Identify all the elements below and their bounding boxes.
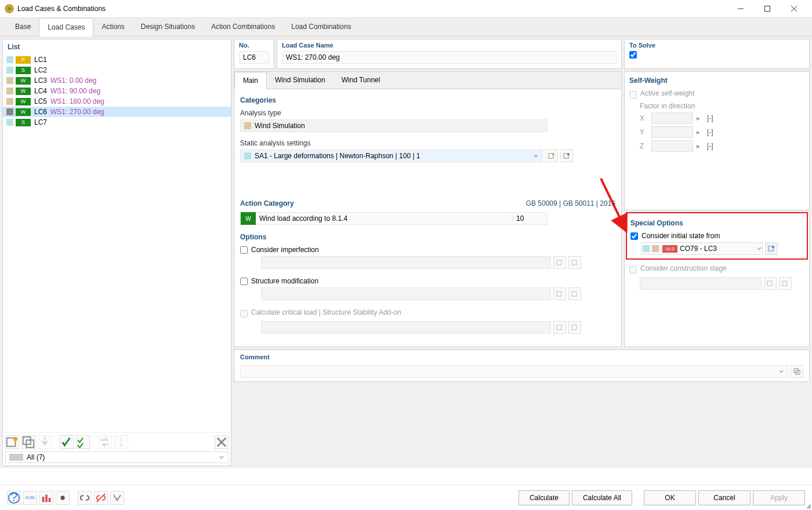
critical-label: Calculate critical load | Structure Stab…: [251, 308, 401, 316]
chip-icon: [6, 67, 13, 74]
maximize-button[interactable]: [754, 0, 781, 17]
solve-checkbox[interactable]: [629, 51, 637, 59]
resize-grip[interactable]: ◢: [806, 502, 811, 509]
minimize-button[interactable]: [727, 0, 754, 17]
svg-rect-33: [49, 498, 51, 502]
list-item-lc1[interactable]: PLC1: [3, 54, 231, 65]
active-selfweight-checkbox: [629, 91, 637, 99]
subtab-wind-tunnel[interactable]: Wind Tunnel: [334, 72, 389, 89]
construction-label: Consider construction stage: [640, 264, 727, 272]
category-badge: P: [16, 56, 31, 64]
critical-new-button: [553, 321, 566, 334]
list-item-lc3[interactable]: WLC3WS1: 0.00 deg: [3, 75, 231, 86]
initial-state-checkbox[interactable]: [630, 232, 638, 240]
comment-label: Comment: [240, 354, 803, 360]
ok-button[interactable]: OK: [644, 490, 696, 505]
number-button[interactable]: 26: [114, 435, 128, 449]
calculate-button[interactable]: Calculate: [519, 490, 570, 505]
lc-id: LC2: [32, 66, 49, 74]
category-badge: W: [16, 108, 31, 116]
structure-edit-button[interactable]: [568, 287, 581, 300]
svg-rect-3: [765, 6, 770, 12]
close-button[interactable]: [781, 0, 807, 17]
new-item-button[interactable]: [5, 435, 19, 449]
svg-rect-21: [572, 325, 577, 330]
name-field: Load Case Name WS1: 270.00 deg: [277, 39, 622, 69]
no-input[interactable]: LC6: [239, 51, 269, 64]
list-panel: List PLC1SLC2WLC3WS1: 0.00 degWLC4WS1: 9…: [2, 39, 231, 466]
list-item-lc6[interactable]: WLC6WS1: 270.00 deg: [3, 107, 231, 117]
structure-combo[interactable]: [261, 287, 551, 300]
static-settings-combo[interactable]: SA1 - Large deformations | Newton-Raphso…: [240, 150, 543, 162]
tab-load-cases[interactable]: Load Cases: [39, 18, 93, 37]
analysis-type-label: Analysis type: [240, 109, 615, 117]
imperfection-edit-button[interactable]: [568, 256, 581, 269]
special-options-title: Special Options: [630, 219, 803, 227]
list-filter[interactable]: All (7): [5, 451, 229, 463]
imperfection-combo[interactable]: [261, 256, 551, 269]
initial-state-edit-button[interactable]: [765, 242, 778, 255]
tab-action-combinations[interactable]: Action Combinations: [203, 18, 283, 36]
check-button[interactable]: [60, 435, 74, 449]
new-settings-button[interactable]: [545, 150, 558, 162]
list-item-lc7[interactable]: SLC7: [3, 117, 231, 128]
category-badge: S: [16, 67, 31, 74]
list-item-lc2[interactable]: SLC2: [3, 65, 231, 75]
link-button[interactable]: [78, 491, 92, 505]
tab-base[interactable]: Base: [7, 18, 39, 36]
svg-point-15: [567, 153, 570, 155]
tab-actions[interactable]: Actions: [93, 18, 132, 36]
svg-rect-19: [572, 292, 577, 296]
imperfection-new-button[interactable]: [553, 256, 566, 269]
critical-checkbox: [240, 310, 248, 318]
structure-label: Structure modification: [251, 277, 318, 285]
copy-item-button[interactable]: [21, 435, 35, 449]
list-item-lc4[interactable]: WLC4WS1: 90.00 deg: [3, 86, 231, 96]
action-category-combo[interactable]: W Wind load according to 8.1.4 10: [240, 212, 548, 225]
name-input[interactable]: WS1: 270.00 deg: [282, 51, 617, 64]
script-button[interactable]: [110, 491, 124, 505]
dot-button[interactable]: [56, 491, 70, 505]
initial-state-combo[interactable]: ULS CO79 - LC3: [641, 242, 763, 255]
subtab-wind-simulation[interactable]: Wind Simulation: [267, 72, 334, 89]
category-badge: W: [16, 98, 31, 105]
import-button[interactable]: [38, 435, 52, 449]
svg-point-1: [8, 7, 11, 10]
chart-button[interactable]: [39, 491, 53, 505]
structure-checkbox[interactable]: [240, 278, 248, 285]
imperfection-label: Consider imperfection: [251, 246, 319, 254]
svg-rect-17: [572, 260, 577, 265]
swap-button[interactable]: [98, 435, 112, 449]
no-label: No.: [239, 42, 269, 49]
unlink-button[interactable]: [94, 491, 108, 505]
initial-state-label: Consider initial state from: [641, 232, 720, 240]
construction-combo: [640, 277, 762, 290]
edit-settings-button[interactable]: [560, 150, 573, 162]
structure-new-button[interactable]: [553, 287, 566, 300]
multi-check-button[interactable]: [76, 435, 90, 449]
units-button[interactable]: 0.00: [23, 491, 37, 505]
svg-point-34: [60, 496, 64, 500]
delete-button[interactable]: [215, 435, 229, 449]
no-field: No. LC6: [234, 39, 274, 69]
active-selfweight-label: Active self-weight: [640, 89, 694, 97]
comment-copy-button[interactable]: [791, 365, 803, 378]
list-item-lc5[interactable]: WLC5WS1: 180.00 deg: [3, 96, 231, 107]
comment-input[interactable]: [240, 365, 788, 378]
chip-icon: [6, 98, 13, 105]
lc-desc: WS1: 270.00 deg: [50, 108, 104, 116]
critical-edit-button: [568, 321, 581, 334]
subtab-main[interactable]: Main: [234, 72, 267, 89]
tab-load-combinations[interactable]: Load Combinations: [283, 18, 359, 36]
factor-label: Factor in direction: [640, 102, 804, 110]
help-button[interactable]: ?: [7, 491, 21, 505]
tab-design-situations[interactable]: Design Situations: [133, 18, 203, 36]
analysis-type-combo[interactable]: Wind Simulation: [240, 119, 548, 132]
calculate-all-button[interactable]: Calculate All: [572, 490, 632, 505]
imperfection-checkbox[interactable]: [240, 246, 248, 254]
solve-label: To Solve: [629, 42, 804, 49]
load-case-list[interactable]: PLC1SLC2WLC3WS1: 0.00 degWLC4WS1: 90.00 …: [3, 54, 231, 432]
lc-desc: WS1: 90.00 deg: [50, 87, 100, 95]
solve-field: To Solve: [624, 39, 810, 69]
cancel-button[interactable]: Cancel: [698, 490, 751, 505]
